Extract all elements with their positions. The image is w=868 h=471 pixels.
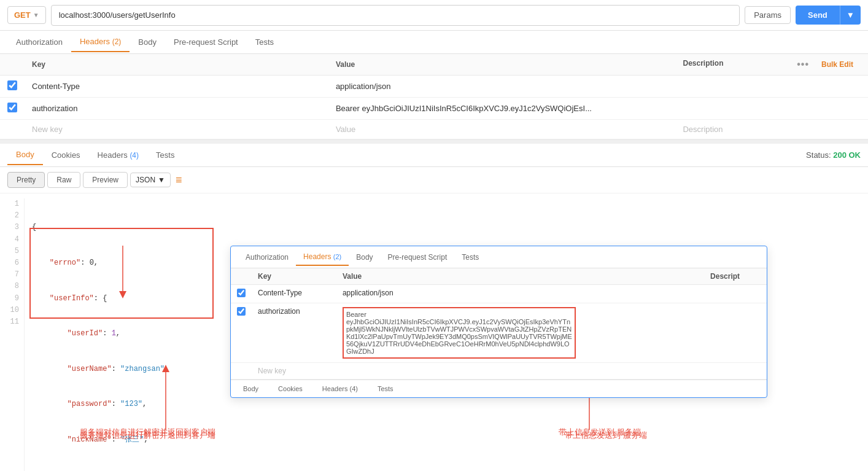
- popup-tab-prerequest[interactable]: Pre-request Script: [381, 249, 455, 265]
- popup-key-col: Key: [252, 268, 336, 285]
- method-chevron-icon: ▼: [33, 12, 39, 18]
- headers-key-col: Key: [25, 54, 328, 76]
- headers-checkbox-col: [0, 54, 25, 76]
- popup-row-2: authorization BearereyJhbGciOiJIUzI1NiIs…: [231, 303, 767, 363]
- tab-prerequest[interactable]: Pre-request Script: [165, 33, 247, 52]
- tab-headers[interactable]: Headers (2): [71, 32, 130, 52]
- row2-key: authorization: [25, 98, 328, 120]
- headers-section: Key Value Description ••• Bulk Edit Cont…: [0, 54, 868, 140]
- popup-bottom-tabs: Body Cookies Headers (4) Tests: [231, 380, 767, 397]
- res-tab-body[interactable]: Body: [7, 145, 43, 165]
- table-row: authorization Bearer eyJhbGciOiJIUzI1NiI…: [0, 98, 868, 120]
- popup-tab-body[interactable]: Body: [349, 249, 380, 265]
- new-key-placeholder: New key: [32, 125, 63, 134]
- right-annotation: 带上信息发送到 服务端: [565, 430, 647, 441]
- popup-row2-desc: [704, 303, 767, 363]
- tab-authorization[interactable]: Authorization: [7, 33, 71, 52]
- popup-new-row: New key: [231, 363, 767, 380]
- overlay-popup: Authorization Headers (2) Body Pre-reque…: [230, 246, 767, 398]
- popup-row-1: Content-Type application/json: [231, 285, 767, 303]
- popup-row2-key: authorization: [252, 303, 336, 363]
- request-tabs: Authorization Headers (2) Body Pre-reque…: [0, 31, 868, 54]
- method-button[interactable]: GET ▼: [7, 6, 46, 24]
- preview-button[interactable]: Preview: [83, 172, 128, 188]
- popup-row2-checkbox[interactable]: [237, 307, 246, 316]
- pretty-button[interactable]: Pretty: [7, 172, 45, 188]
- left-annotation: 服务端对信息进行解密并返回到客户端: [80, 430, 215, 441]
- popup-bottom-body[interactable]: Body: [238, 383, 263, 395]
- row2-checkbox[interactable]: [7, 103, 17, 112]
- tab-tests[interactable]: Tests: [247, 33, 282, 52]
- raw-button[interactable]: Raw: [47, 172, 80, 188]
- send-button[interactable]: Send: [796, 6, 840, 25]
- res-tab-cookies[interactable]: Cookies: [43, 146, 89, 165]
- popup-row1-checkbox[interactable]: [237, 289, 246, 297]
- popup-row1-desc: [704, 285, 767, 303]
- status-label: Status: 200 OK: [806, 150, 861, 160]
- params-button[interactable]: Params: [745, 6, 791, 24]
- tab-body[interactable]: Body: [130, 33, 165, 52]
- popup-tab-tests[interactable]: Tests: [454, 249, 486, 265]
- status-value: 200 OK: [833, 150, 861, 160]
- new-row: New key Value Description: [0, 120, 868, 139]
- headers-desc-col: Description ••• Bulk Edit: [675, 54, 868, 76]
- res-tab-tests[interactable]: Tests: [147, 146, 183, 165]
- popup-tab-headers[interactable]: Headers (2): [296, 249, 349, 266]
- url-input[interactable]: [51, 5, 740, 26]
- table-row: Content-Type application/json: [0, 76, 868, 98]
- json-chevron-icon: ▼: [158, 176, 165, 184]
- row2-value: Bearer eyJhbGciOiJIUzI1NiIsInR5cCI6IkpXV…: [328, 98, 676, 120]
- format-bar: Pretty Raw Preview JSON ▼ ≡: [0, 167, 868, 193]
- response-tabs: Body Cookies Headers (4) Tests Status: 2…: [0, 144, 868, 167]
- row2-desc: [675, 98, 868, 120]
- json-select[interactable]: JSON ▼: [130, 173, 171, 187]
- popup-tab-auth[interactable]: Authorization: [238, 249, 296, 265]
- popup-new-key: New key: [258, 367, 286, 375]
- row1-checkbox[interactable]: [7, 80, 17, 90]
- popup-row2-value: BearereyJhbGciOiJIUzI1NiIsInR5cCI6IkpXVC…: [336, 303, 704, 363]
- popup-desc-col: Descript: [704, 268, 767, 285]
- popup-tabs: Authorization Headers (2) Body Pre-reque…: [231, 246, 767, 268]
- row1-key: Content-Type: [25, 76, 328, 98]
- popup-val-col: Value: [336, 268, 704, 285]
- popup-row1-key: Content-Type: [252, 285, 336, 303]
- line-numbers: 1 2 3 4 5 6 7 8 9 10 11: [0, 198, 25, 471]
- popup-bottom-tests[interactable]: Tests: [373, 383, 398, 395]
- new-value-placeholder: Value: [336, 125, 355, 134]
- send-dropdown-button[interactable]: ▼: [840, 6, 861, 25]
- popup-bottom-cookies[interactable]: Cookies: [273, 383, 308, 395]
- send-button-group: Send ▼: [796, 6, 861, 25]
- row1-desc: [675, 76, 868, 98]
- popup-row1-value: application/json: [336, 285, 704, 303]
- top-bar: GET ▼ Params Send ▼: [0, 0, 868, 31]
- more-options-button[interactable]: •••: [797, 59, 809, 70]
- new-desc-placeholder: Description: [683, 125, 723, 134]
- wrap-icon[interactable]: ≡: [176, 174, 182, 187]
- popup-table: Key Value Descript Content-Type applicat…: [231, 268, 767, 380]
- headers-table: Key Value Description ••• Bulk Edit Cont…: [0, 54, 868, 139]
- method-label: GET: [14, 10, 31, 20]
- row1-value: application/json: [328, 76, 676, 98]
- popup-bottom-headers[interactable]: Headers (4): [317, 383, 363, 395]
- headers-value-col: Value: [328, 54, 676, 76]
- res-tab-headers[interactable]: Headers (4): [89, 146, 147, 165]
- bulk-edit-button[interactable]: Bulk Edit: [814, 60, 861, 69]
